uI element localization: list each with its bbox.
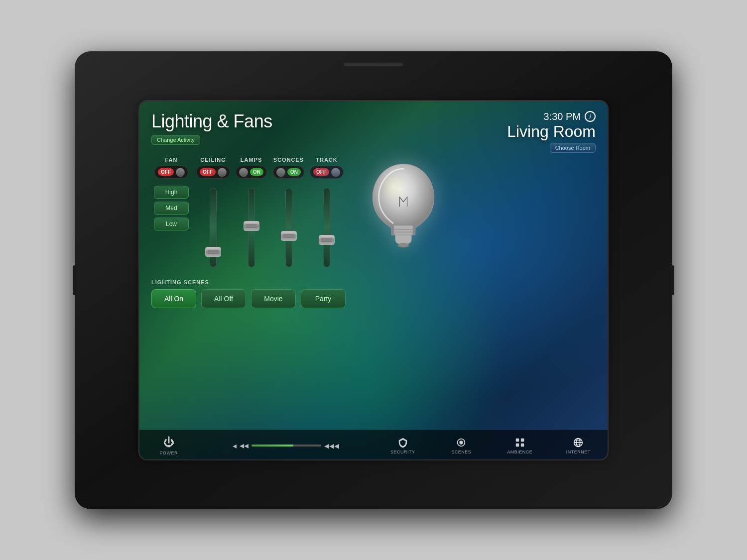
page-title: Lighting & Fans <box>151 111 272 132</box>
scene-movie-button[interactable]: Movie <box>251 289 296 308</box>
time-display: 3:30 PM <box>544 111 581 122</box>
lighting-scenes: LIGHTING SCENES All On All Off Movie Par… <box>139 271 608 312</box>
volume-low-icon[interactable]: ◂ <box>233 441 237 450</box>
side-button-right[interactable] <box>670 265 674 295</box>
scenes-icon <box>456 437 467 448</box>
svg-rect-5 <box>521 438 524 441</box>
sconces-slider-thumb[interactable] <box>281 231 297 241</box>
svg-point-3 <box>398 243 409 247</box>
volume-mid-icon[interactable]: ◂◂ <box>240 440 249 451</box>
scenes-nav-label: SCENES <box>451 449 471 454</box>
volume-high-icon[interactable]: ◂◂◂ <box>324 440 339 451</box>
time-row: 3:30 PM i <box>507 111 596 122</box>
svg-rect-4 <box>516 438 519 441</box>
internet-icon <box>573 437 584 448</box>
change-activity-button[interactable]: Change Activity <box>151 135 200 145</box>
screen-header: Lighting & Fans Change Activity 3:30 PM … <box>139 101 608 157</box>
svg-rect-7 <box>521 443 524 446</box>
screen: Lighting & Fans Change Activity 3:30 PM … <box>139 101 608 459</box>
bulb-panel <box>349 157 458 256</box>
power-label: POWER <box>159 450 178 455</box>
device-shell: Lighting & Fans Change Activity 3:30 PM … <box>75 51 672 509</box>
sconces-slider-track[interactable] <box>285 188 292 267</box>
volume-slider[interactable] <box>251 445 321 447</box>
ceiling-slider-thumb[interactable] <box>205 247 221 257</box>
bottom-nav: ⏻ POWER ◂ ◂◂ ◂◂◂ SECURITY <box>139 430 608 459</box>
scene-all-on-button[interactable]: All On <box>151 289 196 308</box>
choose-room-button[interactable]: Choose Room <box>550 143 596 153</box>
nav-internet[interactable]: INTERNET <box>549 435 608 456</box>
security-label: SECURITY <box>390 449 415 454</box>
scene-party-button[interactable]: Party <box>301 289 346 308</box>
scene-all-off-button[interactable]: All Off <box>201 289 246 308</box>
volume-fill <box>251 445 293 447</box>
svg-rect-6 <box>516 443 519 446</box>
nav-power[interactable]: ⏻ POWER <box>139 434 198 457</box>
lamps-slider-thumb[interactable] <box>244 221 259 231</box>
scene-buttons: All On All Off Movie Party <box>151 289 596 308</box>
header-right: 3:30 PM i Living Room Choose Room <box>507 111 596 153</box>
ceiling-slider-track[interactable] <box>210 188 217 267</box>
scenes-label: LIGHTING SCENES <box>151 279 596 285</box>
security-icon <box>397 437 408 448</box>
ambience-icon <box>514 437 525 448</box>
svg-point-0 <box>382 173 410 207</box>
light-bulb-icon <box>364 159 443 254</box>
internet-label: INTERNET <box>566 449 591 454</box>
track-slider-thumb[interactable] <box>319 235 335 245</box>
side-button-left[interactable] <box>73 265 77 295</box>
ambience-label: AMBIENCE <box>507 449 532 454</box>
nav-ambience[interactable]: AMBIENCE <box>491 435 549 456</box>
track-slider-track[interactable] <box>323 188 330 267</box>
lamps-slider-track[interactable] <box>248 188 255 267</box>
nav-scenes[interactable]: SCENES <box>432 435 491 456</box>
power-icon: ⏻ <box>163 436 174 449</box>
bulb-container <box>359 157 448 256</box>
volume-group: ◂ ◂◂ ◂◂◂ <box>198 440 374 451</box>
sensor-bar <box>344 62 403 66</box>
info-icon[interactable]: i <box>585 111 596 122</box>
header-left: Lighting & Fans Change Activity <box>151 111 272 145</box>
nav-security[interactable]: SECURITY <box>374 435 432 456</box>
room-name: Living Room <box>507 122 596 141</box>
